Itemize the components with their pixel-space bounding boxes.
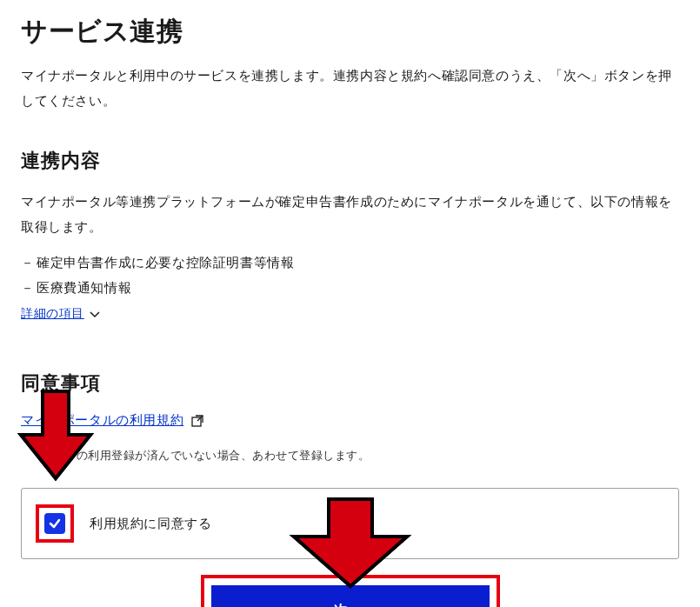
section1-body: マイナポータル等連携プラットフォームが確定申告書作成のためにマイナポータルを通じ…	[21, 190, 679, 239]
dash-icon: －	[21, 280, 37, 297]
next-button-label: 次へ	[334, 602, 366, 608]
section-heading-content: 連携内容	[21, 148, 679, 174]
intro-text: マイナポータルと利用中のサービスを連携します。連携内容と規約へ確認同意のうえ、「…	[21, 63, 679, 113]
consent-checkbox[interactable]	[44, 513, 65, 534]
list-item: －医療費通知情報	[21, 280, 679, 297]
section-heading-consent: 同意事項	[21, 370, 679, 397]
registration-note: ルの利用登録が済んでいない場合、あわせて登録します。	[21, 448, 679, 464]
external-link-icon	[190, 414, 204, 428]
list-item-text: 医療費通知情報	[37, 280, 131, 295]
list-item: －確定申告書作成に必要な控除証明書等情報	[21, 255, 679, 271]
list-item-text: 確定申告書作成に必要な控除証明書等情報	[37, 255, 294, 270]
chevron-down-icon	[90, 308, 100, 321]
detail-toggle-link[interactable]: 詳細の項目	[21, 306, 100, 322]
annotation-arrow-icon	[12, 387, 99, 483]
dash-icon: －	[21, 255, 37, 271]
consent-checkbox-label: 利用規約に同意する	[90, 516, 211, 532]
annotation-highlight-box	[36, 504, 74, 543]
detail-link-text: 詳細の項目	[21, 306, 84, 322]
annotation-arrow-icon	[285, 495, 416, 590]
page-title: サービス連携	[21, 14, 679, 50]
